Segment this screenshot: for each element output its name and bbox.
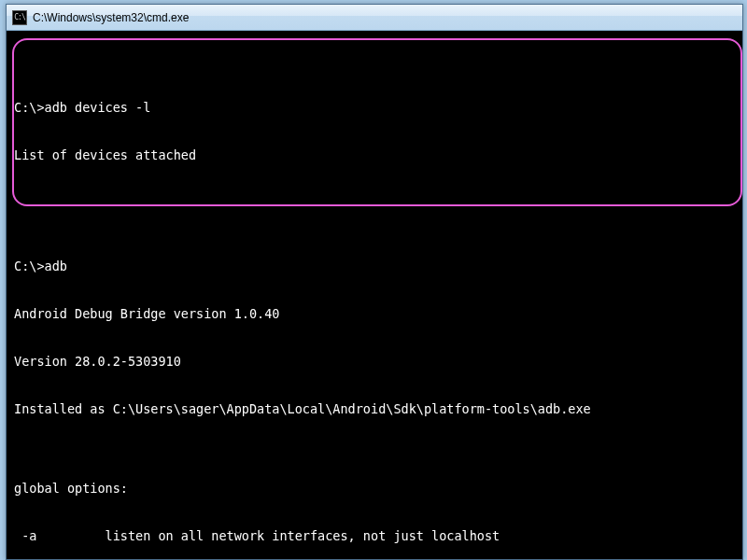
terminal-line: C:\>adb devices -l — [14, 100, 735, 116]
terminal-line: Installed as C:\Users\sager\AppData\Loca… — [14, 401, 735, 417]
terminal-line: List of devices attached — [14, 147, 735, 163]
terminal-area[interactable]: C:\>adb devices -l List of devices attac… — [7, 31, 742, 559]
terminal-line: Android Debug Bridge version 1.0.40 — [14, 306, 735, 322]
terminal-line: C:\>adb — [14, 259, 735, 274]
terminal-line: -a listen on all network interfaces, not… — [14, 528, 735, 544]
titlebar[interactable]: C:\ C:\Windows\system32\cmd.exe — [7, 5, 742, 31]
cmd-window: C:\ C:\Windows\system32\cmd.exe C:\>adb … — [6, 4, 743, 560]
terminal-line: Version 28.0.2-5303910 — [14, 354, 735, 370]
terminal-line: global options: — [14, 481, 735, 497]
cmd-icon: C:\ — [12, 10, 27, 25]
window-title: C:\Windows\system32\cmd.exe — [33, 11, 189, 24]
